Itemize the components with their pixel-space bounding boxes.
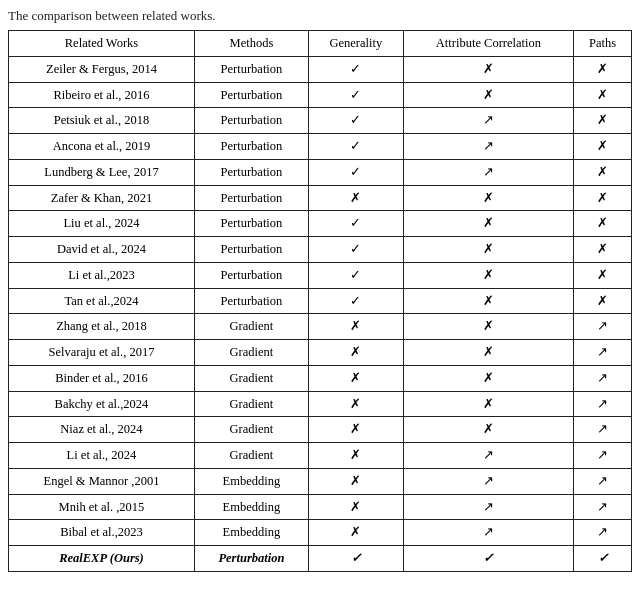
cell-related-works: Lundberg & Lee, 2017: [9, 159, 195, 185]
table-header-row: Related Works Methods Generality Attribu…: [9, 31, 632, 57]
cell-paths: ✗: [574, 262, 632, 288]
table-row: Li et al., 2024Gradient✗↗↗: [9, 443, 632, 469]
cell-attr-corr: ✗: [403, 237, 573, 263]
cell-related-works: Zeiler & Fergus, 2014: [9, 56, 195, 82]
cell-method: Gradient: [194, 314, 308, 340]
cell-method: Gradient: [194, 443, 308, 469]
cell-paths: ↗: [574, 314, 632, 340]
cell-attr-corr: ↗: [403, 108, 573, 134]
table-row: Selvaraju et al., 2017Gradient✗✗↗: [9, 340, 632, 366]
cell-related-works: Li et al.,2023: [9, 262, 195, 288]
cell-generality: ✗: [308, 391, 403, 417]
table-row: Niaz et al., 2024Gradient✗✗↗: [9, 417, 632, 443]
cell-generality: ✓: [308, 237, 403, 263]
header-attr-corr: Attribute Correlation: [403, 31, 573, 57]
cell-related-works: Zhang et al., 2018: [9, 314, 195, 340]
cell-paths: ✗: [574, 56, 632, 82]
table-row: David et al., 2024Perturbation✓✗✗: [9, 237, 632, 263]
cell-generality: ✓: [308, 288, 403, 314]
cell-attr-corr: ↗: [403, 520, 573, 546]
cell-attr-corr: ✗: [403, 288, 573, 314]
cell-paths: ✓: [574, 546, 632, 572]
cell-method: Perturbation: [194, 211, 308, 237]
cell-generality: ✓: [308, 134, 403, 160]
cell-paths: ✗: [574, 134, 632, 160]
cell-related-works: Li et al., 2024: [9, 443, 195, 469]
cell-attr-corr: ✗: [403, 262, 573, 288]
cell-generality: ✓: [308, 262, 403, 288]
cell-generality: ✗: [308, 340, 403, 366]
table-caption: The comparison between related works.: [8, 8, 632, 24]
table-row: Zafer & Khan, 2021Perturbation✗✗✗: [9, 185, 632, 211]
cell-paths: ↗: [574, 494, 632, 520]
cell-related-works: Engel & Mannor ,2001: [9, 468, 195, 494]
cell-paths: ✗: [574, 237, 632, 263]
table-row: Binder et al., 2016Gradient✗✗↗: [9, 365, 632, 391]
cell-related-works: Bakchy et al.,2024: [9, 391, 195, 417]
cell-method: Perturbation: [194, 185, 308, 211]
table-row: Lundberg & Lee, 2017Perturbation✓↗✗: [9, 159, 632, 185]
cell-generality: ✗: [308, 494, 403, 520]
cell-related-works: Liu et al., 2024: [9, 211, 195, 237]
cell-generality: ✗: [308, 520, 403, 546]
cell-paths: ↗: [574, 520, 632, 546]
cell-attr-corr: ↗: [403, 443, 573, 469]
cell-method: Perturbation: [194, 134, 308, 160]
cell-method: Perturbation: [194, 237, 308, 263]
cell-paths: ↗: [574, 340, 632, 366]
table-row: Zhang et al., 2018Gradient✗✗↗: [9, 314, 632, 340]
cell-generality: ✓: [308, 546, 403, 572]
cell-attr-corr: ✗: [403, 82, 573, 108]
cell-generality: ✓: [308, 108, 403, 134]
cell-paths: ↗: [574, 468, 632, 494]
table-row: Bibal et al.,2023Embedding✗↗↗: [9, 520, 632, 546]
table-row: Bakchy et al.,2024Gradient✗✗↗: [9, 391, 632, 417]
cell-paths: ✗: [574, 108, 632, 134]
header-methods: Methods: [194, 31, 308, 57]
cell-method: Gradient: [194, 340, 308, 366]
table-row: Ribeiro et al., 2016Perturbation✓✗✗: [9, 82, 632, 108]
cell-attr-corr: ✗: [403, 391, 573, 417]
cell-method: Perturbation: [194, 159, 308, 185]
table-row: Petsiuk et al., 2018Perturbation✓↗✗: [9, 108, 632, 134]
table-row: Zeiler & Fergus, 2014Perturbation✓✗✗: [9, 56, 632, 82]
cell-paths: ↗: [574, 391, 632, 417]
cell-attr-corr: ↗: [403, 468, 573, 494]
cell-related-works: Zafer & Khan, 2021: [9, 185, 195, 211]
cell-related-works: Ancona et al., 2019: [9, 134, 195, 160]
cell-method: Gradient: [194, 365, 308, 391]
cell-attr-corr: ✗: [403, 340, 573, 366]
cell-method: Embedding: [194, 468, 308, 494]
cell-paths: ✗: [574, 211, 632, 237]
cell-attr-corr: ↗: [403, 494, 573, 520]
cell-paths: ↗: [574, 417, 632, 443]
cell-paths: ✗: [574, 185, 632, 211]
cell-generality: ✓: [308, 211, 403, 237]
cell-attr-corr: ↗: [403, 134, 573, 160]
cell-attr-corr: ✗: [403, 365, 573, 391]
cell-generality: ✓: [308, 159, 403, 185]
cell-generality: ✗: [308, 443, 403, 469]
table-row: Liu et al., 2024Perturbation✓✗✗: [9, 211, 632, 237]
cell-generality: ✓: [308, 82, 403, 108]
cell-related-works: Petsiuk et al., 2018: [9, 108, 195, 134]
cell-paths: ↗: [574, 443, 632, 469]
cell-attr-corr: ✗: [403, 314, 573, 340]
cell-paths: ✗: [574, 159, 632, 185]
cell-attr-corr: ✓: [403, 546, 573, 572]
cell-related-works: Selvaraju et al., 2017: [9, 340, 195, 366]
cell-paths: ✗: [574, 288, 632, 314]
table-body: Zeiler & Fergus, 2014Perturbation✓✗✗Ribe…: [9, 56, 632, 571]
cell-method: Embedding: [194, 494, 308, 520]
table-row: Li et al.,2023Perturbation✓✗✗: [9, 262, 632, 288]
cell-generality: ✓: [308, 56, 403, 82]
cell-paths: ✗: [574, 82, 632, 108]
cell-related-works: Tan et al.,2024: [9, 288, 195, 314]
cell-generality: ✗: [308, 314, 403, 340]
table-row: Tan et al.,2024Perturbation✓✗✗: [9, 288, 632, 314]
cell-attr-corr: ✗: [403, 417, 573, 443]
cell-related-works: Ribeiro et al., 2016: [9, 82, 195, 108]
cell-generality: ✗: [308, 417, 403, 443]
header-generality: Generality: [308, 31, 403, 57]
cell-method: Perturbation: [194, 546, 308, 572]
